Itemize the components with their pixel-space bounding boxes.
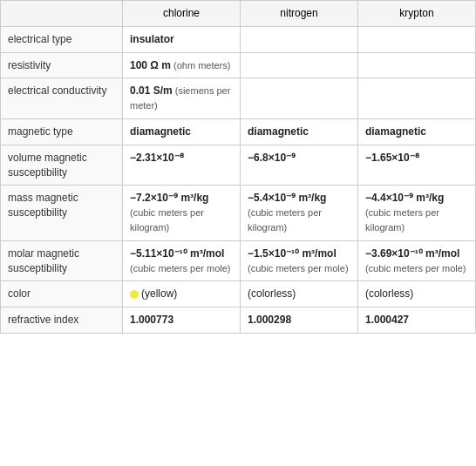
main-value: diamagnetic [130, 125, 191, 138]
main-value: diamagnetic [248, 125, 309, 138]
value-chlorine: 1.000773 [123, 307, 241, 334]
color-dot-yellow [130, 290, 139, 299]
value-krypton: −3.69×10⁻¹⁰ m³/mol (cubic meters per mol… [357, 240, 475, 281]
unit-label: (cubic meters per mole) [248, 263, 349, 274]
value-chlorine: −2.31×10⁻⁸ [123, 145, 241, 186]
unit-label: (cubic meters per kilogram) [130, 207, 204, 233]
property-label: electrical type [1, 26, 123, 52]
value-chlorine: insulator [123, 26, 241, 52]
unit-label: (ohm meters) [171, 60, 230, 71]
main-value: insulator [130, 33, 174, 45]
properties-table: chlorine nitrogen krypton electrical typ… [0, 0, 476, 334]
table-row: magnetic typediamagneticdiamagneticdiama… [1, 118, 476, 145]
main-value: −1.65×10⁻⁸ [365, 152, 419, 164]
main-value: (colorless) [365, 287, 413, 300]
main-value: 1.000427 [365, 314, 409, 326]
value-krypton [357, 78, 475, 119]
value-nitrogen: −5.4×10⁻⁹ m³/kg (cubic meters per kilogr… [241, 186, 358, 240]
table-row: electrical conductivity0.01 S/m (siemens… [1, 78, 476, 119]
property-label: magnetic type [1, 118, 123, 145]
property-label: mass magnetic susceptibility [1, 186, 123, 240]
value-chlorine: −5.11×10⁻¹⁰ m³/mol (cubic meters per mol… [123, 240, 241, 281]
main-value: 0.01 S/m [130, 84, 173, 97]
value-nitrogen: 1.000298 [241, 307, 358, 334]
value-nitrogen [241, 78, 358, 119]
main-value: −3.69×10⁻¹⁰ m³/mol [365, 247, 459, 260]
value-krypton: (colorless) [357, 281, 475, 307]
value-krypton: −4.4×10⁻⁹ m³/kg (cubic meters per kilogr… [357, 186, 475, 240]
table-row: molar magnetic susceptibility−5.11×10⁻¹⁰… [1, 240, 476, 281]
table-row: mass magnetic susceptibility−7.2×10⁻⁹ m³… [1, 186, 476, 240]
property-label: resistivity [1, 52, 123, 78]
value-nitrogen: (colorless) [241, 281, 358, 307]
unit-label: (cubic meters per mole) [130, 263, 231, 274]
main-value: diamagnetic [365, 125, 426, 138]
value-krypton: 1.000427 [357, 307, 475, 334]
value-chlorine: diamagnetic [123, 118, 241, 145]
table-row: resistivity100 Ω m (ohm meters) [1, 52, 476, 78]
value-krypton [357, 52, 475, 78]
header-chlorine: chlorine [123, 1, 241, 27]
value-nitrogen: −1.5×10⁻¹⁰ m³/mol (cubic meters per mole… [241, 240, 358, 281]
main-value: −2.31×10⁻⁸ [130, 152, 184, 164]
table-row: refractive index1.0007731.0002981.000427 [1, 307, 476, 334]
value-chlorine: 100 Ω m (ohm meters) [123, 52, 241, 78]
main-value: −7.2×10⁻⁹ m³/kg [130, 192, 208, 204]
value-nitrogen [241, 26, 358, 52]
value-nitrogen [241, 52, 358, 78]
value-krypton: diamagnetic [357, 118, 475, 145]
unit-label: (cubic meters per mole) [365, 263, 466, 274]
property-label: molar magnetic susceptibility [1, 240, 123, 281]
value-nitrogen: diamagnetic [241, 118, 358, 145]
main-value: (colorless) [248, 287, 296, 300]
main-value: −5.4×10⁻⁹ m³/kg [248, 192, 326, 204]
value-nitrogen: −6.8×10⁻⁹ [241, 145, 358, 186]
main-value: 1.000773 [130, 314, 173, 326]
main-value: 100 Ω m [130, 59, 171, 71]
table-row: volume magnetic susceptibility−2.31×10⁻⁸… [1, 145, 476, 186]
main-value: −6.8×10⁻⁹ [248, 152, 296, 164]
table-row: electrical typeinsulator [1, 26, 476, 52]
value-krypton: −1.65×10⁻⁸ [357, 145, 475, 186]
header-krypton: krypton [357, 1, 475, 27]
table-row: color(yellow)(colorless)(colorless) [1, 281, 476, 307]
property-label: electrical conductivity [1, 78, 123, 119]
property-label: color [1, 281, 123, 307]
unit-label: (cubic meters per kilogram) [248, 207, 322, 233]
property-label: refractive index [1, 307, 123, 334]
main-value: −1.5×10⁻¹⁰ m³/mol [248, 247, 337, 260]
header-property [1, 1, 123, 27]
main-value: (yellow) [141, 287, 177, 300]
main-value: 1.000298 [248, 314, 291, 326]
main-value: −5.11×10⁻¹⁰ m³/mol [130, 247, 224, 260]
value-krypton [357, 26, 475, 52]
header-nitrogen: nitrogen [241, 1, 358, 27]
property-label: volume magnetic susceptibility [1, 145, 123, 186]
value-chlorine: (yellow) [123, 281, 241, 307]
unit-label: (cubic meters per kilogram) [365, 207, 439, 233]
value-chlorine: −7.2×10⁻⁹ m³/kg (cubic meters per kilogr… [123, 186, 241, 240]
main-value: −4.4×10⁻⁹ m³/kg [365, 192, 444, 204]
value-chlorine: 0.01 S/m (siemens per meter) [123, 78, 241, 119]
